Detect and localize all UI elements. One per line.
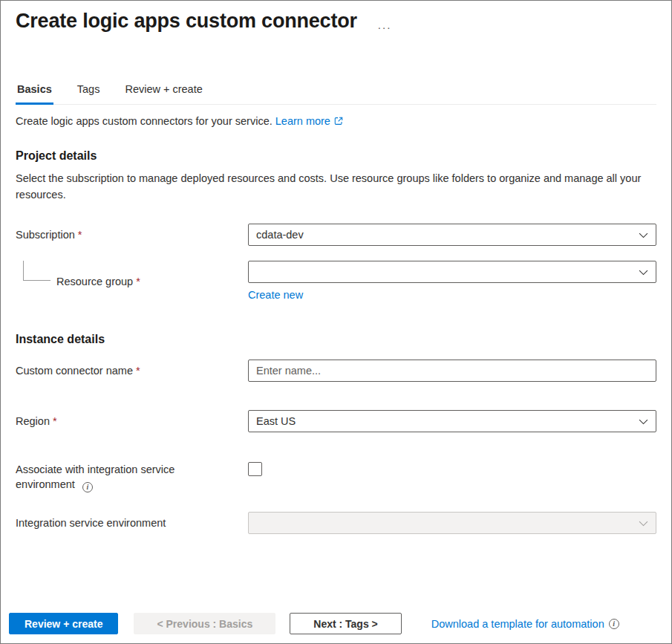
resource-group-label: Resource group* [16,274,248,289]
tab-basics[interactable]: Basics [16,83,53,104]
project-details-heading: Project details [16,149,656,163]
chevron-down-icon [638,518,649,529]
region-row: Region* East US [16,410,656,432]
tab-basics-label: Basics [17,83,52,95]
connector-name-label-text: Custom connector name [16,365,133,377]
learn-more-label: Learn more [275,115,330,127]
subscription-dropdown[interactable]: cdata-dev [248,224,656,246]
region-value: East US [256,415,296,427]
hierarchy-connector-line [23,261,50,281]
connector-name-input[interactable] [248,360,656,382]
ise-dropdown [248,512,656,534]
tab-tags[interactable]: Tags [76,83,102,104]
intro-row: Create logic apps custom connectors for … [16,115,656,127]
resource-group-dropdown[interactable] [248,261,656,283]
project-details-description: Select the subscription to manage deploy… [16,170,645,203]
chevron-down-icon [638,230,649,241]
subscription-label-text: Subscription [16,229,75,241]
required-asterisk: * [136,276,140,287]
info-icon[interactable]: i [609,619,619,629]
footer-bar: Review + create < Previous : Basics Next… [1,613,671,643]
region-label-text: Region [16,415,50,427]
ise-label: Integration service environment [16,515,248,530]
previous-button[interactable]: < Previous : Basics [134,613,275,634]
create-new-link[interactable]: Create new [248,289,303,301]
tab-review-create-label: Review + create [125,83,202,95]
chevron-down-icon [638,416,649,427]
connector-name-row: Custom connector name* [16,360,656,382]
tab-review-create[interactable]: Review + create [123,83,203,104]
required-asterisk: * [136,365,140,377]
associate-ise-label-text: Associate with integration service envir… [16,464,174,490]
review-create-button[interactable]: Review + create [9,613,118,634]
info-icon[interactable]: i [82,482,93,492]
create-logic-apps-custom-connector-blade: Create logic apps custom connector ... B… [0,0,672,644]
external-link-icon [333,116,344,126]
blade-header: Create logic apps custom connector ... [1,1,671,33]
required-asterisk: * [78,229,82,241]
associate-ise-checkbox[interactable] [248,462,262,476]
resource-group-row: Resource group* Create new [16,261,656,302]
associate-ise-label: Associate with integration service envir… [16,462,248,492]
page-title: Create logic apps custom connector [16,10,357,33]
region-label: Region* [16,414,248,429]
chevron-down-icon [638,267,649,278]
intro-text: Create logic apps custom connectors for … [16,115,273,127]
subscription-row: Subscription* cdata-dev [16,224,656,246]
subscription-value: cdata-dev [256,229,304,241]
more-options-button[interactable]: ... [378,19,392,31]
associate-ise-row: Associate with integration service envir… [16,462,656,492]
connector-name-label: Custom connector name* [16,363,248,378]
tab-tags-label: Tags [77,83,100,95]
ise-row: Integration service environment [16,512,656,534]
instance-details-heading: Instance details [16,333,656,346]
download-template-link[interactable]: Download a template for automation [431,618,604,630]
ise-label-text: Integration service environment [16,517,166,529]
subscription-label: Subscription* [16,227,248,242]
region-dropdown[interactable]: East US [248,410,656,432]
learn-more-link[interactable]: Learn more [275,115,344,127]
next-button[interactable]: Next : Tags > [290,613,402,634]
required-asterisk: * [53,415,57,427]
tab-strip: Basics Tags Review + create [16,83,656,105]
resource-group-label-text: Resource group [56,276,133,287]
